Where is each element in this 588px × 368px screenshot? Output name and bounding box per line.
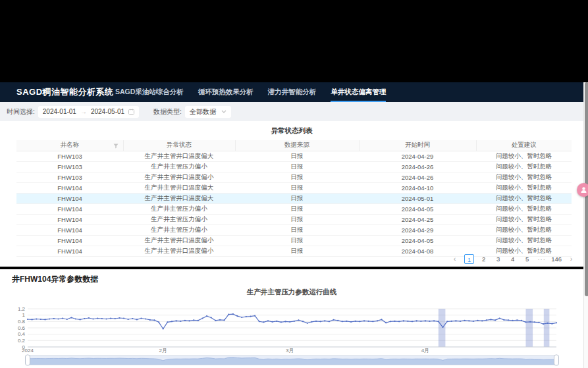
nav-tab[interactable]: 循环预热效果分析 [198, 82, 254, 102]
data-point [302, 321, 304, 322]
table-cell: 生产井主管井口温度偏小 [123, 172, 235, 182]
data-point [324, 320, 325, 321]
data-point [153, 319, 155, 321]
data-point [363, 320, 365, 321]
pagination-page-button[interactable]: 1 [464, 254, 474, 264]
table-cell: FHW103 [16, 151, 123, 161]
table-cell: 生产井主管压力偏小 [123, 214, 235, 224]
data-point [534, 321, 535, 323]
data-point [460, 321, 461, 322]
table-cell: 生产井主管井口温度偏大 [123, 151, 235, 161]
date-end-value[interactable]: 2024-05-01 [91, 108, 124, 115]
table-cell: 2024-04-10 [359, 182, 476, 193]
data-type-select[interactable]: 全部数据 [185, 106, 231, 118]
table-row[interactable]: FHW104生产井主管井口温度偏小日报2024-04-05问题较小、暂时忽略 [16, 235, 572, 246]
data-point [40, 319, 41, 320]
table-cell: 2024-04-25 [359, 214, 476, 224]
data-point [276, 321, 277, 322]
pagination-next-button[interactable]: › [566, 254, 576, 264]
table-cell: FHW104 [16, 246, 123, 256]
pagination-ellipsis[interactable]: ··· [537, 254, 547, 264]
y-tick-label: 1 [22, 312, 26, 318]
pagination-prev-button[interactable]: ‹ [450, 254, 460, 264]
nav-tab[interactable]: SAGD采油站综合分析 [115, 82, 184, 102]
nav-tab[interactable]: 潜力井智能分析 [268, 82, 317, 102]
x-tick-label: 2024 [22, 348, 34, 354]
data-point [119, 317, 120, 319]
pagination-page-button[interactable]: 146 [551, 254, 562, 264]
y-tick-label: 0.4 [18, 331, 26, 337]
table-cell: 日报 [235, 193, 359, 203]
date-start-value[interactable]: 2024-01-01 [43, 108, 76, 115]
data-point [420, 321, 421, 322]
table-row[interactable]: FHW104生产井主管井口温度偏大日报2024-05-01问题较小、暂时忽略 [16, 193, 572, 203]
table-row[interactable]: FHW104生产井主管井口温度偏大日报2024-04-10问题较小、暂时忽略 [16, 182, 572, 193]
data-point [167, 321, 168, 323]
data-point [188, 320, 190, 321]
data-point [70, 317, 72, 318]
table-cell: FHW103 [16, 172, 123, 182]
data-point [294, 321, 295, 322]
data-point [136, 319, 138, 320]
table-row[interactable]: FHW103生产井主管井口温度偏大日报2024-04-29问题较小、暂时忽略 [16, 151, 572, 161]
data-point [381, 319, 382, 320]
table-cell: 问题较小、暂时忽略 [476, 193, 572, 203]
table-title: 异常状态列表 [0, 121, 583, 136]
datazoom-handle-right[interactable] [554, 355, 559, 365]
floating-assistant-button[interactable] [577, 183, 588, 197]
table-row[interactable]: FHW103生产井主管压力偏小日报2024-04-26问题较小、暂时忽略 [16, 161, 572, 172]
table-cell: 生产井主管井口温度偏大 [123, 182, 235, 193]
datazoom-handle-left[interactable] [26, 355, 30, 365]
table-cell: 2024-05-01 [359, 193, 476, 203]
anomaly-mark-area [544, 309, 550, 347]
table-row[interactable]: FHW104生产井主管压力偏小日报2024-04-25问题较小、暂时忽略 [16, 214, 572, 224]
y-tick-label: 1.2 [18, 306, 26, 312]
table-cell: FHW104 [16, 214, 123, 224]
pagination-page-button[interactable]: 4 [508, 254, 518, 264]
data-point [403, 320, 404, 321]
date-range-picker[interactable]: 2024-01-01 → 2024-05-01 [38, 106, 139, 118]
data-point [359, 321, 360, 322]
table-cell: 日报 [235, 224, 359, 235]
data-point [385, 322, 387, 323]
data-point [494, 319, 496, 321]
data-point [416, 320, 417, 321]
data-point [350, 321, 352, 323]
pagination-page-button[interactable]: 3 [493, 254, 503, 264]
data-point [284, 321, 286, 322]
data-point [556, 322, 557, 323]
table-row[interactable]: FHW104生产井主管压力偏小日报2024-04-29问题较小、暂时忽略 [16, 224, 572, 235]
data-type-value: 全部数据 [190, 107, 216, 117]
data-point [538, 322, 539, 323]
data-point [211, 317, 212, 318]
table-row[interactable]: FHW104生产井主管压力偏小日报2024-04-05问题较小、暂时忽略 [16, 203, 572, 214]
data-point [337, 320, 338, 321]
filter-funnel-icon[interactable] [113, 143, 119, 150]
pressure-line-chart[interactable]: 00.20.40.60.811.220242月3月4月 [0, 300, 583, 368]
table-cell: 问题较小、暂时忽略 [476, 235, 572, 246]
data-point [486, 319, 487, 321]
data-point [84, 318, 85, 319]
data-point [110, 317, 111, 319]
data-point [57, 318, 59, 319]
table-cell: 日报 [235, 214, 359, 224]
data-point [547, 323, 548, 324]
data-point [346, 321, 347, 322]
data-point [158, 321, 159, 323]
data-point [368, 321, 369, 322]
data-point [215, 320, 216, 321]
table-cell: 日报 [235, 172, 359, 182]
table-row[interactable]: FHW103生产井主管井口温度偏小日报2024-04-26问题较小、暂时忽略 [16, 172, 572, 182]
x-tick-label: 3月 [286, 348, 294, 354]
page-scrollbar[interactable] [583, 82, 588, 368]
nav-tab[interactable]: 单井状态偏离管理 [331, 82, 386, 102]
table-cell: 生产井主管井口温度偏小 [123, 246, 235, 256]
table-cell: 日报 [235, 246, 359, 256]
y-tick-label: 0.8 [18, 319, 26, 325]
data-point [503, 319, 504, 321]
table-cell: 问题较小、暂时忽略 [476, 151, 572, 161]
data-point [451, 321, 452, 322]
date-filter-label: 时间选择: [7, 107, 35, 117]
pagination-page-button[interactable]: 5 [522, 254, 532, 264]
pagination-page-button[interactable]: 2 [479, 254, 489, 264]
